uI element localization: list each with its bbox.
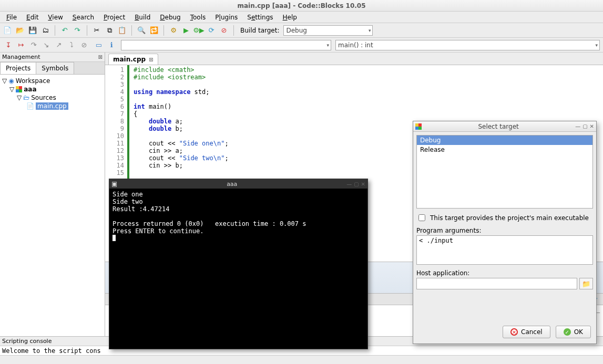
program-arguments-input[interactable] <box>416 235 593 265</box>
debug-toolbar: ↧ ↦ ↷ ↘ ↗ ⤵ ⊘ ▭ ℹ main() : int <box>0 38 603 53</box>
build-target-combo[interactable]: Debug <box>283 25 373 36</box>
management-tab-projects[interactable]: Projects <box>0 62 36 74</box>
main-executable-checkbox[interactable] <box>418 214 425 221</box>
undo-button[interactable]: ↶ <box>59 25 70 36</box>
management-close-icon[interactable]: ⊠ <box>98 54 103 60</box>
abort-button[interactable]: ⊘ <box>219 25 229 36</box>
dialog-titlebar[interactable]: Select target — ▢ ✕ <box>413 121 596 132</box>
menu-view[interactable]: View <box>44 13 67 22</box>
main-executable-label: This target provides the project's main … <box>430 214 589 222</box>
console-maximize-icon[interactable]: ▢ <box>354 181 359 187</box>
project-tree[interactable]: ▽ ◉ Workspace ▽ aaa ▽ 🗁 Sources 📄 main.c… <box>0 75 105 336</box>
symbol-combo[interactable]: main() : int <box>335 40 600 50</box>
run-console-window: ▣ aaa — ▢ ✕ Side one Side two Result :4.… <box>109 179 368 349</box>
cancel-icon: ✕ <box>510 328 518 336</box>
replace-button[interactable]: 🔁 <box>149 25 159 36</box>
ok-icon: ✓ <box>564 328 571 336</box>
step-into-button[interactable]: ↘ <box>41 40 52 50</box>
menu-settings[interactable]: Settings <box>243 13 277 22</box>
host-browse-button[interactable]: 📁 <box>579 278 593 289</box>
host-application-input[interactable] <box>416 278 577 289</box>
menu-build[interactable]: Build <box>130 13 155 22</box>
main-toolbar: 📄 📂 💾 🗂 ↶ ↷ ✂ ⧉ 📋 🔍 🔁 ⚙ ▶ ⚙▶ ⟳ ⊘ Build t… <box>0 23 603 38</box>
management-pane: Management ⊠ ProjectsSymbols ▽ ◉ Workspa… <box>0 53 105 336</box>
ok-button[interactable]: ✓ OK <box>556 326 591 338</box>
console-title: aaa <box>117 181 346 188</box>
menu-help[interactable]: Help <box>279 13 301 22</box>
console-close-icon[interactable]: ✕ <box>361 181 365 187</box>
menu-debug[interactable]: Debug <box>156 13 185 22</box>
menu-search[interactable]: Search <box>68 13 98 22</box>
stop-debug-button[interactable]: ⊘ <box>79 40 89 50</box>
copy-button[interactable]: ⧉ <box>104 25 115 36</box>
window-titlebar: main.cpp [aaa] - Code::Blocks 10.05 <box>0 0 603 12</box>
menu-project[interactable]: Project <box>99 13 129 22</box>
tree-workspace[interactable]: ▽ ◉ Workspace <box>2 77 103 85</box>
management-title: Management <box>2 54 40 60</box>
cancel-button[interactable]: ✕ Cancel <box>503 326 550 338</box>
tree-file-main[interactable]: 📄 main.cpp <box>2 102 103 110</box>
build-run-button[interactable]: ⚙▶ <box>193 25 204 36</box>
terminal-icon: ▣ <box>111 180 117 188</box>
next-instr-button[interactable]: ⤵ <box>66 40 77 50</box>
target-item-release[interactable]: Release <box>417 145 592 154</box>
editor-tab-main[interactable]: main.cpp ⊠ <box>108 54 158 65</box>
tree-project[interactable]: ▽ aaa <box>2 85 103 93</box>
debug-start-button[interactable]: ↧ <box>3 40 14 50</box>
close-tab-icon[interactable]: ⊠ <box>149 57 153 63</box>
management-tab-symbols[interactable]: Symbols <box>36 62 74 74</box>
open-button[interactable]: 📂 <box>15 25 25 36</box>
menu-plugins[interactable]: Plugins <box>211 13 242 22</box>
menu-edit[interactable]: Edit <box>22 13 43 22</box>
step-out-button[interactable]: ↗ <box>54 40 64 50</box>
host-application-label: Host application: <box>416 269 593 277</box>
scope-combo[interactable] <box>121 40 331 50</box>
tree-folder-sources[interactable]: ▽ 🗁 Sources <box>2 93 103 102</box>
console-output[interactable]: Side one Side two Result :4.47214 Proces… <box>109 189 367 245</box>
dialog-minimize-icon[interactable]: — <box>575 123 580 129</box>
program-arguments-label: Program arguments: <box>416 227 593 234</box>
window-title: main.cpp [aaa] - Code::Blocks 10.05 <box>237 2 365 9</box>
select-target-dialog: Select target — ▢ ✕ DebugRelease This ta… <box>413 121 597 344</box>
menubar: FileEditViewSearchProjectBuildDebugTools… <box>0 12 603 23</box>
save-button[interactable]: 💾 <box>27 25 38 36</box>
menu-file[interactable]: File <box>2 13 21 22</box>
target-item-debug[interactable]: Debug <box>417 136 592 145</box>
dialog-maximize-icon[interactable]: ▢ <box>582 123 587 129</box>
new-file-button[interactable]: 📄 <box>2 25 13 36</box>
step-over-button[interactable]: ↷ <box>28 40 39 50</box>
menu-tools[interactable]: Tools <box>186 13 210 22</box>
info-button[interactable]: ℹ <box>106 40 117 50</box>
console-minimize-icon[interactable]: — <box>346 181 352 187</box>
run-to-cursor-button[interactable]: ↦ <box>16 40 26 50</box>
save-all-button[interactable]: 🗂 <box>40 25 50 36</box>
dialog-title: Select target <box>422 123 575 130</box>
build-target-label: Build target: <box>240 27 279 34</box>
redo-button[interactable]: ↷ <box>72 25 83 36</box>
build-button[interactable]: ⚙ <box>168 25 179 36</box>
find-button[interactable]: 🔍 <box>136 25 147 36</box>
target-listbox[interactable]: DebugRelease <box>416 135 593 209</box>
cut-button[interactable]: ✂ <box>91 25 102 36</box>
console-titlebar[interactable]: ▣ aaa — ▢ ✕ <box>109 179 367 189</box>
run-button[interactable]: ▶ <box>181 25 191 36</box>
paste-button[interactable]: 📋 <box>117 25 127 36</box>
rebuild-button[interactable]: ⟳ <box>206 25 217 36</box>
debug-windows-button[interactable]: ▭ <box>94 40 104 50</box>
dialog-icon <box>415 123 422 130</box>
dialog-close-icon[interactable]: ✕ <box>590 123 594 129</box>
